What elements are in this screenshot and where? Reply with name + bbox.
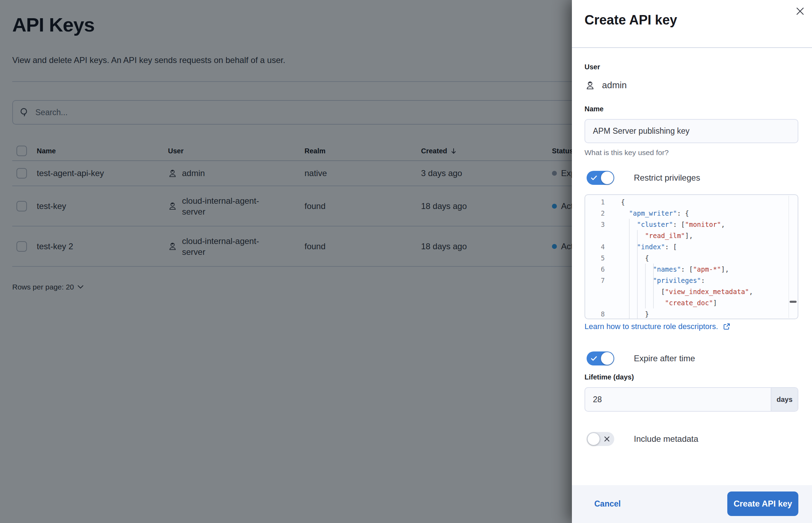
code-line: "create_doc"] xyxy=(585,297,798,308)
user-value: admin xyxy=(602,80,627,91)
close-button[interactable] xyxy=(792,4,808,19)
cross-icon xyxy=(604,436,610,442)
include-metadata-toggle-row[interactable]: Include metadata xyxy=(587,432,698,446)
flyout-title: Create API key xyxy=(584,13,677,28)
toggle-knob xyxy=(601,172,614,184)
editor-scrollbar-marker[interactable] xyxy=(790,301,797,303)
user-label: User xyxy=(584,63,600,71)
code-line: 8 } xyxy=(585,308,798,319)
line-number xyxy=(585,230,605,241)
code-line: ["view_index_metadata", xyxy=(585,286,798,297)
line-number: 5 xyxy=(585,252,605,264)
create-api-key-flyout: Create API key User admin Name What is t… xyxy=(572,0,812,523)
external-link-icon xyxy=(722,322,731,331)
line-content: "names": ["apm-*"], xyxy=(605,264,729,275)
line-content: "index": [ xyxy=(605,241,677,252)
include-metadata-label: Include metadata xyxy=(634,434,698,444)
code-line: 6 "names": ["apm-*"], xyxy=(585,264,798,275)
editor-scrollbar-track xyxy=(789,196,789,318)
line-content: "apm_writer": { xyxy=(605,208,689,219)
name-help-text: What is this key used for? xyxy=(584,148,668,157)
learn-role-descriptors-link[interactable]: Learn how to structure role descriptors. xyxy=(584,322,731,331)
name-label: Name xyxy=(584,105,603,113)
user-value-row: admin xyxy=(585,80,627,91)
lifetime-field-group: days xyxy=(584,387,798,412)
expire-after-time-toggle-row[interactable]: Expire after time xyxy=(587,351,695,365)
line-content: "create_doc"] xyxy=(605,297,717,308)
code-line: 4 "index": [ xyxy=(585,241,798,252)
cancel-button[interactable]: Cancel xyxy=(594,499,621,509)
line-content: "read_ilm"], xyxy=(605,230,693,241)
restrict-privileges-label: Restrict privileges xyxy=(634,173,700,183)
line-content: { xyxy=(605,252,649,264)
line-number: 8 xyxy=(585,308,605,319)
line-number: 6 xyxy=(585,264,605,275)
line-content: "privileges": xyxy=(605,275,705,286)
restrict-privileges-toggle[interactable] xyxy=(587,171,614,185)
line-number: 4 xyxy=(585,241,605,252)
check-icon xyxy=(591,175,597,180)
overlay-mask[interactable] xyxy=(0,0,572,523)
close-icon xyxy=(795,6,805,16)
toggle-knob xyxy=(601,352,614,365)
screen: API Keys View and delete API keys. An AP… xyxy=(0,0,812,523)
line-content: { xyxy=(605,196,625,208)
role-descriptors-code-editor[interactable]: 1{2 "apm_writer": {3 "cluster": ["monito… xyxy=(584,194,798,319)
flyout-footer: Cancel Create API key xyxy=(572,485,812,523)
code-line: 7 "privileges": xyxy=(585,275,798,286)
check-icon xyxy=(591,356,597,361)
code-line: 1{ xyxy=(585,196,798,208)
lifetime-field[interactable] xyxy=(585,388,771,411)
expire-after-time-label: Expire after time xyxy=(634,354,695,363)
include-metadata-toggle[interactable] xyxy=(587,432,614,446)
learn-link-label: Learn how to structure role descriptors. xyxy=(584,322,718,331)
lifetime-unit: days xyxy=(771,388,798,411)
name-field[interactable] xyxy=(584,119,798,143)
line-content: } xyxy=(605,308,649,319)
lifetime-label: Lifetime (days) xyxy=(584,373,634,381)
expire-after-time-toggle[interactable] xyxy=(587,351,614,365)
line-number: 1 xyxy=(585,196,605,208)
code-lines: 1{2 "apm_writer": {3 "cluster": ["monito… xyxy=(585,196,798,319)
line-content: "cluster": ["monitor", xyxy=(605,219,725,230)
line-number: 2 xyxy=(585,208,605,219)
flyout-header-divider xyxy=(572,47,812,48)
restrict-privileges-toggle-row[interactable]: Restrict privileges xyxy=(587,171,700,185)
line-content: ["view_index_metadata", xyxy=(605,286,753,297)
toggle-knob xyxy=(587,433,600,445)
code-line: 5 { xyxy=(585,252,798,264)
user-icon xyxy=(585,81,595,90)
line-number xyxy=(585,297,605,308)
line-number xyxy=(585,286,605,297)
code-line: "read_ilm"], xyxy=(585,230,798,241)
create-api-key-button[interactable]: Create API key xyxy=(727,491,798,516)
code-line: 2 "apm_writer": { xyxy=(585,208,798,219)
code-line: 3 "cluster": ["monitor", xyxy=(585,219,798,230)
line-number: 3 xyxy=(585,219,605,230)
line-number: 7 xyxy=(585,275,605,286)
